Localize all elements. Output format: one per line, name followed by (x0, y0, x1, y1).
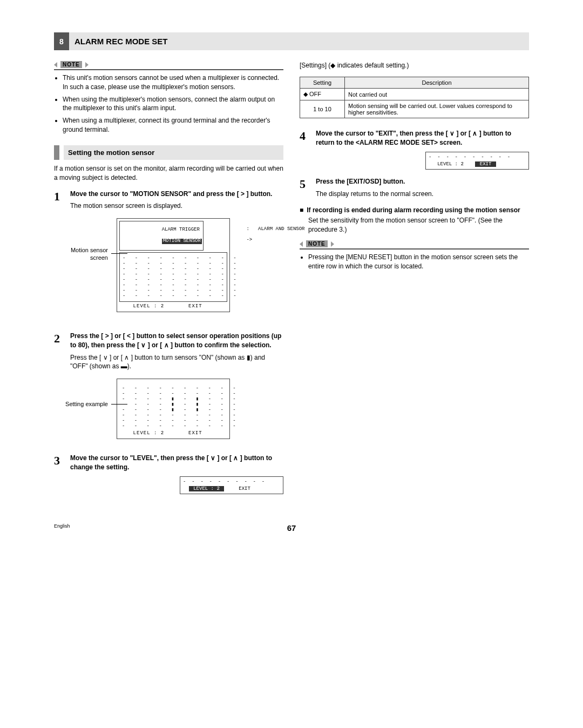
intro-paragraph: If a motion sensor is set on the monitor… (54, 164, 283, 183)
osd-motion-sensor-screen: ALARM TRIGGER MOTION SENSOR : ALARM AND … (117, 218, 230, 312)
osd-side-label: Motion sensor screen (54, 246, 108, 262)
table-header: Setting (300, 77, 345, 89)
step-4: 4 Move the cursor to "EXIT", then press … (300, 129, 529, 147)
table-header: Description (345, 77, 529, 89)
osd-footer: LEVEL : 2 EXIT (119, 431, 227, 436)
note-list: This unit's motion sensors cannot be use… (54, 73, 283, 134)
osd-exit-select: - - - - - - - - - - LEVEL : 2 EXIT (425, 152, 529, 170)
table-cell: Not carried out (345, 89, 529, 100)
note-label: NOTE (300, 240, 529, 247)
note-text: NOTE (60, 61, 82, 68)
step-1: 1 Move the cursor to "MOTION SENSOR" and… (54, 190, 283, 211)
step-text: The motion sensor screen is displayed. (70, 201, 283, 211)
table-cell: Motion sensing will be carried out. Lowe… (345, 100, 529, 118)
page-number: 67 (287, 523, 296, 532)
note-text: NOTE (306, 240, 328, 247)
osd-arrow: -> (246, 237, 252, 242)
triangle-right-icon (85, 62, 89, 68)
section-number: 8 (54, 32, 69, 50)
note-item: When using a multiplexer, connect its gr… (63, 116, 283, 134)
section-header: 8 ALARM REC MODE SET (54, 32, 529, 50)
osd-level-select: - - - - - - - - - - LEVEL : 2 EXIT (180, 476, 283, 494)
osd-header-left: ALARM TRIGGER (162, 227, 200, 232)
osd-setting-example: - - - - - - - - - - - - - - - - - - - - … (117, 379, 230, 439)
subsection-title: Setting the motion sensor (54, 145, 283, 160)
step-number: 2 (54, 332, 65, 371)
osd-dot-grid: - - - - - - - - - - - - - - - - - - - - … (119, 252, 227, 302)
step-title: Move the cursor to "LEVEL", then press t… (70, 454, 283, 472)
sub-heading-body: Set the sensitivity from the motion sens… (308, 216, 529, 234)
note-label: NOTE (54, 61, 283, 68)
step-title: Press the [EXIT/OSD] button. (316, 177, 529, 186)
step-text: The display returns to the normal screen… (316, 190, 529, 199)
subsection-text: Setting the motion sensor (64, 145, 283, 160)
table-cell: 1 to 10 (300, 100, 345, 118)
sub-heading: ■ If recording is ended during alarm rec… (300, 206, 529, 214)
table-row: 1 to 10 Motion sensing will be carried o… (300, 100, 529, 118)
note-rule (54, 69, 283, 70)
footer-language: English (54, 523, 70, 529)
subsection-tab (54, 145, 59, 160)
table-cell: ◆ OFF (300, 89, 345, 100)
osd-dot-grid: - - - - - - - - - - - - - - - - - - - - … (119, 383, 227, 429)
step-5: 5 Press the [EXIT/OSD] button. The displ… (300, 177, 529, 199)
note-list: Pressing the [MENU RESET] button in the … (300, 253, 529, 271)
note-item: This unit's motion sensors cannot be use… (63, 73, 283, 92)
osd-level-highlight: LEVEL : 2 (189, 486, 224, 491)
osd-header-right: : ALARM AND SENSOR (246, 226, 304, 232)
step-number: 3 (54, 454, 65, 472)
step-number: 4 (300, 129, 310, 147)
step-text: Press the [ ∨ ] or [ ∧ ] button to turn … (70, 353, 283, 372)
note-item: Pressing the [MENU RESET] button in the … (308, 253, 529, 271)
step-title: Move the cursor to "EXIT", then press th… (316, 129, 529, 147)
left-column: NOTE This unit's motion sensors cannot b… (54, 61, 283, 502)
step-2: 2 Press the [ > ] or [ < ] button to sel… (54, 332, 283, 371)
step-title: Move the cursor to "MOTION SENSOR" and p… (70, 190, 283, 199)
square-bullet-icon: ■ (300, 206, 303, 214)
leader-line (111, 253, 127, 254)
osd-side-label: Setting example (54, 400, 108, 408)
step-number: 1 (54, 190, 65, 211)
note-rule (300, 248, 529, 250)
table-row: ◆ OFF Not carried out (300, 89, 529, 100)
osd-header-inverted: MOTION SENSOR (162, 239, 202, 244)
step-3: 3 Move the cursor to "LEVEL", then press… (54, 454, 283, 472)
page-footer: English 67 (54, 523, 529, 529)
triangle-left-icon (300, 241, 303, 247)
leader-line (111, 404, 127, 405)
osd-exit-highlight: EXIT (475, 161, 496, 167)
note-item: When using the multiplexer's motion sens… (63, 95, 283, 113)
settings-caption: [Settings] (◆ indicates default setting.… (300, 61, 529, 70)
triangle-right-icon (331, 241, 334, 247)
section-title: ALARM REC MODE SET (69, 32, 529, 50)
triangle-left-icon (54, 62, 57, 68)
right-column: [Settings] (◆ indicates default setting.… (300, 61, 529, 502)
osd-footer: LEVEL : 2 EXIT (119, 304, 227, 309)
step-number: 5 (300, 177, 310, 199)
settings-table: Setting Description ◆ OFF Not carried ou… (300, 77, 529, 118)
step-title: Press the [ > ] or [ < ] button to selec… (70, 332, 283, 350)
sub-heading-text: If recording is ended during alarm recor… (307, 206, 520, 214)
